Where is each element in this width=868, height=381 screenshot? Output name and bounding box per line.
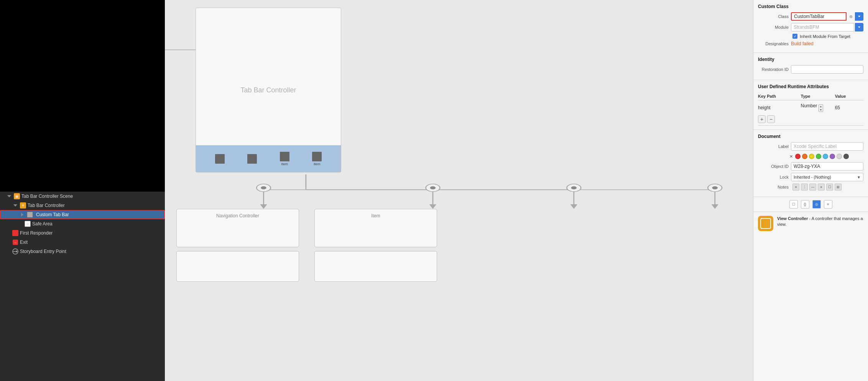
swatch-green[interactable] [816, 154, 821, 159]
firstresponder-icon [12, 230, 18, 236]
triangle-down-icon [12, 202, 18, 209]
tab-item-3: Item [280, 152, 289, 166]
notes-row: Notes ≡ ⋮ — ≡ ☐ ⊞ [758, 184, 863, 190]
outline-item-safearea[interactable]: □ Safe Area [0, 219, 165, 228]
tab-item-4: Item [312, 152, 322, 166]
color-clear-button[interactable]: ✕ [789, 154, 794, 159]
svg-text:→: → [13, 241, 17, 245]
col-type: Type [801, 94, 835, 99]
object-id-row: Object ID W28-zg-YXA [758, 162, 863, 171]
module-row: Module StrandsBFM [758, 23, 863, 31]
inspector-toolbar: ☐ {} ◎ ≡ [753, 197, 868, 212]
identity-title: Identity [758, 57, 863, 62]
item-sub-box [314, 251, 437, 282]
swatch-purple[interactable] [830, 154, 835, 159]
class-input[interactable]: CustomTabBar [791, 12, 847, 21]
notes-doc-icon[interactable]: ☐ [826, 184, 833, 190]
outline-item-customtabbar[interactable]: Custom Tab Bar [0, 210, 165, 219]
module-field-wrap: StrandsBFM [791, 23, 863, 31]
tab-icon-3 [280, 152, 289, 161]
user-defined-title: User Defined Runtime Attributes [758, 84, 863, 89]
storyboard-canvas: Tab Bar Controller Item Item Navigation … [165, 0, 753, 381]
svg-marker-29 [858, 16, 860, 17]
tab-icon-1 [215, 154, 225, 164]
entrypoint-label: Storyboard Entry Point [20, 249, 66, 254]
inspector-code-button[interactable]: {} [801, 200, 809, 209]
swatch-yellow[interactable] [809, 154, 814, 159]
swatch-blue[interactable] [823, 154, 828, 159]
doc-label-input[interactable]: Xcode Specific Label [791, 142, 863, 151]
vc-text: View Controller - A controller that mana… [777, 216, 863, 228]
tab-icon-4 [312, 152, 322, 161]
tab-item-1 [215, 154, 225, 164]
row-value: 65 [835, 105, 863, 110]
module-placeholder: StrandsBFM [794, 25, 819, 30]
notes-grid-icon[interactable]: ⊞ [835, 184, 842, 190]
module-dropdown-button[interactable] [855, 23, 863, 31]
notes-dashes-icon[interactable]: ≡ [818, 184, 825, 190]
safearea-icon: □ [25, 221, 31, 227]
object-id-label: Object ID [758, 164, 789, 169]
class-dropdown-button[interactable] [855, 12, 863, 21]
add-remove-row: + − [758, 113, 863, 126]
restoration-id-label: Restoration ID [758, 67, 789, 72]
tab-item-2 [247, 154, 257, 164]
notes-dash-icon[interactable]: — [809, 184, 816, 190]
notes-lines2-icon[interactable]: ⋮ [801, 184, 808, 190]
col-value: Value [835, 94, 863, 99]
stepper-down[interactable]: ▼ [819, 108, 823, 112]
document-section: Document Label Xcode Specific Label ✕ [753, 130, 868, 197]
row-type: Number ▲ ▼ [801, 103, 835, 112]
table-header: Key Path Type Value [758, 92, 863, 100]
triangle-right-icon [19, 212, 25, 218]
identity-section: Identity Restoration ID [753, 53, 868, 80]
swatch-orange[interactable] [802, 154, 807, 159]
outline-item-scene[interactable]: ▦ Tab Bar Controller Scene [0, 192, 165, 201]
col-keypath: Key Path [758, 94, 801, 99]
stepper-up[interactable]: ▲ [819, 105, 823, 108]
outline-item-firstresponder[interactable]: First Responder [0, 228, 165, 238]
inspector-lines-button[interactable]: ≡ [824, 200, 832, 209]
svg-marker-14 [260, 204, 267, 209]
lock-dropdown[interactable]: Inherited - (Nothing) ▼ [791, 173, 863, 181]
svg-point-23 [426, 184, 440, 192]
svg-point-22 [261, 186, 266, 189]
view-controller-info: View Controller - A controller that mana… [753, 212, 868, 235]
inspector-circle-button[interactable]: ◎ [812, 200, 821, 209]
swatch-red[interactable] [795, 154, 801, 159]
svg-point-28 [712, 186, 718, 189]
inherit-checkbox[interactable]: ✓ [792, 34, 797, 39]
module-input[interactable]: StrandsBFM [791, 23, 854, 31]
user-defined-section: User Defined Runtime Attributes Key Path… [753, 80, 868, 130]
restoration-id-input[interactable] [791, 65, 863, 74]
item-scene: Item [314, 209, 437, 282]
swatch-darkgray[interactable] [843, 154, 849, 159]
document-outline: ▦ Tab Bar Controller Scene ⊞ Tab Bar Con… [0, 192, 165, 381]
svg-marker-20 [711, 204, 718, 209]
outline-item-tabbar[interactable]: ⊞ Tab Bar Controller [0, 201, 165, 210]
tab-icon-2 [247, 154, 257, 164]
outline-item-exit[interactable]: → Exit [0, 238, 165, 247]
vc-icon [758, 216, 773, 231]
remove-attribute-button[interactable]: − [767, 115, 775, 123]
tabbar-icon: ⊞ [20, 202, 26, 209]
lock-label: Lock [758, 175, 789, 179]
tbc-title: Tab Bar Controller [240, 86, 296, 94]
class-clear-button[interactable]: ⊗ [847, 13, 854, 20]
add-attribute-button[interactable]: + [758, 115, 766, 123]
lock-row: Lock Inherited - (Nothing) ▼ [758, 173, 863, 181]
svg-marker-30 [858, 26, 860, 28]
inspector-doc-button[interactable]: ☐ [789, 200, 798, 209]
type-stepper[interactable]: ▲ ▼ [819, 104, 824, 112]
row-keypath: height [758, 105, 801, 110]
nav-controller-sub-box [176, 251, 299, 282]
doc-label-placeholder: Xcode Specific Label [794, 144, 837, 149]
svg-point-24 [430, 186, 436, 189]
svg-marker-16 [429, 204, 436, 209]
exit-icon: → [12, 239, 18, 245]
outline-item-entrypoint[interactable]: Storyboard Entry Point [0, 247, 165, 256]
document-title: Document [758, 134, 863, 139]
swatch-gray[interactable] [837, 154, 842, 159]
tab-bar-controller-frame: Tab Bar Controller Item Item [196, 8, 341, 172]
notes-lines-icon[interactable]: ≡ [792, 184, 799, 190]
